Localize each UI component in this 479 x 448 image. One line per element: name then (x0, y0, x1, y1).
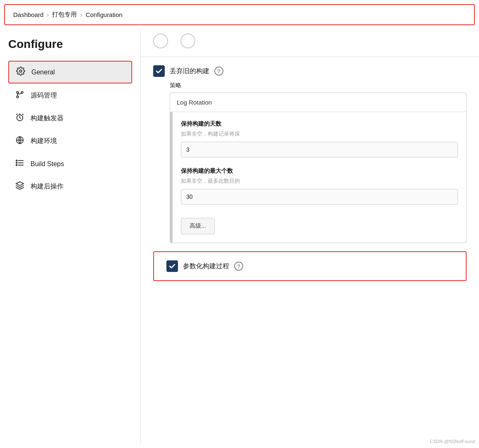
svg-point-12 (16, 162, 17, 164)
breadcrumb-packaging[interactable]: 打包专用 (52, 11, 77, 19)
toggle-circle-1 (153, 33, 168, 48)
max-field-input[interactable] (181, 189, 458, 205)
sidebar-item-source-label: 源码管理 (31, 91, 57, 100)
breadcrumb-dashboard[interactable]: Dashboard (13, 11, 43, 18)
days-field-group: 保持构建的天数 如果非空，构建记录将保 (181, 120, 458, 157)
box-icon (15, 181, 25, 192)
sidebar: Configure General 源码 (0, 29, 140, 444)
breadcrumb-sep-1: › (47, 11, 49, 18)
days-field-input[interactable] (181, 142, 458, 157)
parameterized-label: 参数化构建过程 (183, 262, 229, 271)
parameterized-section: 参数化构建过程 ? (153, 251, 467, 281)
sidebar-item-trigger[interactable]: 构建触发器 (8, 108, 132, 129)
sidebar-item-general[interactable]: General (8, 61, 132, 83)
sidebar-item-build-steps[interactable]: Build Steps (8, 153, 132, 174)
parameterized-checkbox[interactable] (166, 260, 178, 272)
svg-point-0 (19, 70, 22, 72)
configure-title: Configure (8, 38, 132, 51)
top-toggles (141, 33, 479, 57)
rotation-log-panel: Log Rotation 保持构建的天数 如果非空，构建记录将保 保持构建的最大… (170, 93, 467, 243)
timer-icon (15, 113, 25, 124)
branch-icon (15, 90, 25, 101)
discard-builds-help[interactable]: ? (214, 67, 223, 76)
max-field-hint: 如果非空，最多此数目的 (181, 177, 458, 185)
toggle-circle-2 (180, 33, 195, 48)
watermark: CSDN @NSNotFound (430, 439, 475, 444)
discard-builds-checkbox[interactable] (153, 65, 165, 77)
discard-builds-label: 丢弃旧的构建 (170, 67, 209, 76)
list-icon (15, 158, 25, 169)
content-area: 丢弃旧的构建 ? 策略 Log Rotation 保持构建的天数 如果非空，构建… (140, 29, 479, 444)
main-layout: Configure General 源码 (0, 29, 479, 444)
breadcrumb-sep-2: › (80, 11, 82, 18)
sidebar-item-source[interactable]: 源码管理 (8, 85, 132, 106)
days-field-hint: 如果非空，构建记录将保 (181, 130, 458, 138)
max-field-label: 保持构建的最大个数 (181, 167, 458, 175)
rotation-inner: 保持构建的天数 如果非空，构建记录将保 保持构建的最大个数 如果非空，最多此数目… (170, 112, 466, 243)
rotation-log-header: Log Rotation (170, 93, 466, 112)
sidebar-item-general-label: General (31, 69, 55, 76)
max-field-group: 保持构建的最大个数 如果非空，最多此数目的 (181, 167, 458, 205)
parameterized-help[interactable]: ? (234, 262, 243, 271)
sidebar-item-post-build-label: 构建后操作 (31, 182, 64, 191)
sidebar-item-post-build[interactable]: 构建后操作 (8, 176, 132, 197)
gear-icon (16, 67, 26, 78)
sidebar-item-env[interactable]: 构建环境 (8, 131, 132, 152)
strategy-label: 策略 (141, 80, 479, 93)
sidebar-item-build-steps-label: Build Steps (31, 160, 64, 168)
globe-icon (15, 136, 25, 147)
days-field-label: 保持构建的天数 (181, 120, 458, 128)
breadcrumb: Dashboard › 打包专用 › Configuration (4, 4, 475, 25)
advanced-button[interactable]: 高级... (181, 218, 215, 234)
sidebar-item-trigger-label: 构建触发器 (31, 114, 64, 123)
breadcrumb-configuration[interactable]: Configuration (85, 11, 122, 18)
discard-builds-section: 丢弃旧的构建 ? (141, 57, 479, 80)
sidebar-item-env-label: 构建环境 (31, 137, 57, 145)
rotation-content: 保持构建的天数 如果非空，构建记录将保 保持构建的最大个数 如果非空，最多此数目… (173, 112, 466, 243)
svg-point-11 (16, 160, 17, 161)
svg-point-13 (16, 164, 17, 166)
